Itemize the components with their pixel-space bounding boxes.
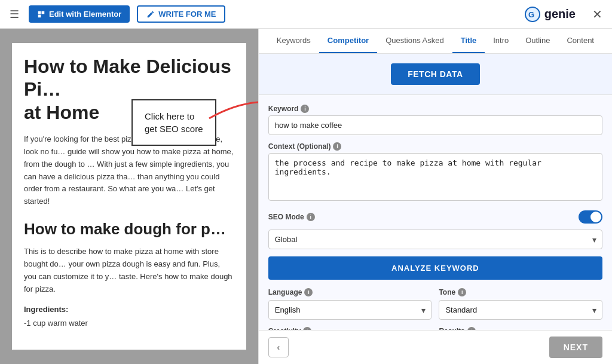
back-button[interactable]: ‹ [268,337,289,357]
context-label: Context (Optional) i [268,142,602,151]
language-info-icon[interactable]: i [304,288,313,296]
analyze-keyword-button[interactable]: ANALYZE KEYWORD [268,256,602,280]
tab-questions[interactable]: Questions Asked [377,29,452,53]
language-label: Language i [268,288,432,296]
form-area: Keyword i Context (Optional) i the proce… [259,95,612,330]
tone-field-group: Tone i Standard Formal Casual [439,288,602,320]
global-select-wrapper: Global Local Custom [268,230,602,249]
language-field-group: Language i English Spanish French [268,288,432,320]
logo: G genie [524,6,576,23]
tab-competitor[interactable]: Competitor [319,29,377,53]
context-info-icon[interactable]: i [333,142,341,151]
page-body-2: This is to describe how to make pizza at… [24,246,234,295]
svg-text:G: G [528,10,534,19]
svg-rect-0 [38,11,41,14]
tab-bar: Keywords Competitor Questions Asked Titl… [259,29,612,54]
write-for-me-button[interactable]: WRITE FOR ME [137,5,225,23]
keyword-info-icon[interactable]: i [301,105,309,113]
edit-elementor-button[interactable]: Edit with Elementor [29,5,130,23]
keyword-label: Keyword i [268,105,602,113]
tone-label: Tone i [439,288,602,296]
menu-icon[interactable]: ☰ [10,8,19,21]
tab-title[interactable]: Title [452,29,485,53]
fetch-data-button[interactable]: FETCH DATA [391,63,479,85]
arrow-overlay [203,88,258,127]
tone-select-wrapper: Standard Formal Casual [439,300,602,320]
language-select-wrapper: English Spanish French [268,300,432,320]
close-button[interactable]: ✕ [592,7,602,22]
tab-keywords[interactable]: Keywords [268,29,319,53]
page-heading-2: How to make dough for p… [24,220,234,238]
seo-mode-label: SEO Mode i [268,213,315,221]
svg-rect-1 [42,11,45,14]
right-panel: Keywords Competitor Questions Asked Titl… [258,29,612,364]
context-field-group: Context (Optional) i the process and rec… [268,142,602,210]
tab-outline[interactable]: Outline [517,29,558,53]
ingredient-item-1: -1 cup warm water [24,319,234,328]
language-tone-row: Language i English Spanish French Tone [268,288,602,320]
topbar: ☰ Edit with Elementor WRITE FOR ME G gen… [0,0,612,29]
keyword-input[interactable] [268,115,602,135]
tab-content[interactable]: Content [558,29,602,53]
ingredients-label: Ingredients: [24,305,234,314]
page-preview: How to Make Delicious Pi…at Home If you'… [0,29,258,364]
global-select[interactable]: Global Local Custom [268,230,602,249]
context-textarea[interactable]: the process and recipe to make pizza at … [268,153,602,201]
next-button[interactable]: NEXT [549,337,602,358]
fetch-area: FETCH DATA [259,54,612,95]
main-layout: How to Make Delicious Pi…at Home If you'… [0,29,612,364]
logo-text: genie [544,7,576,21]
seo-mode-info-icon[interactable]: i [307,213,315,221]
tone-info-icon[interactable]: i [458,288,466,296]
tab-intro[interactable]: Intro [485,29,517,53]
tone-select[interactable]: Standard Formal Casual [439,300,602,320]
bottom-nav: ‹ NEXT [259,330,612,364]
seo-mode-row: SEO Mode i [268,210,602,224]
svg-rect-2 [38,14,41,17]
keyword-field-group: Keyword i [268,105,602,142]
seo-mode-toggle[interactable] [579,210,602,224]
toggle-knob [590,212,601,222]
language-select[interactable]: English Spanish French [268,300,432,320]
